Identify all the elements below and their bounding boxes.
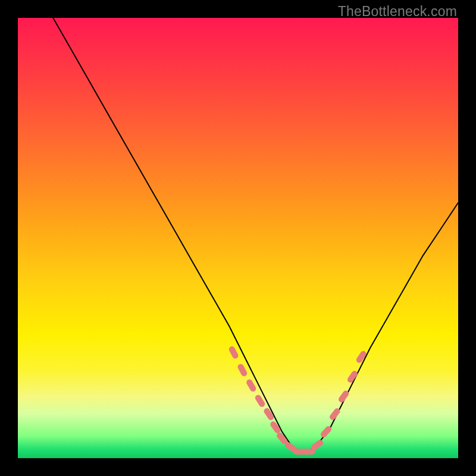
watermark-text: TheBottleneck.com <box>338 4 457 20</box>
highlight-marker <box>228 345 239 359</box>
plot-area <box>18 18 458 458</box>
chart-frame: TheBottleneck.com <box>0 0 476 476</box>
highlight-marker <box>245 378 257 393</box>
bottleneck-curve <box>53 18 458 452</box>
curve-layer <box>18 18 458 458</box>
highlight-marker <box>346 369 359 384</box>
highlight-marker <box>237 363 248 377</box>
